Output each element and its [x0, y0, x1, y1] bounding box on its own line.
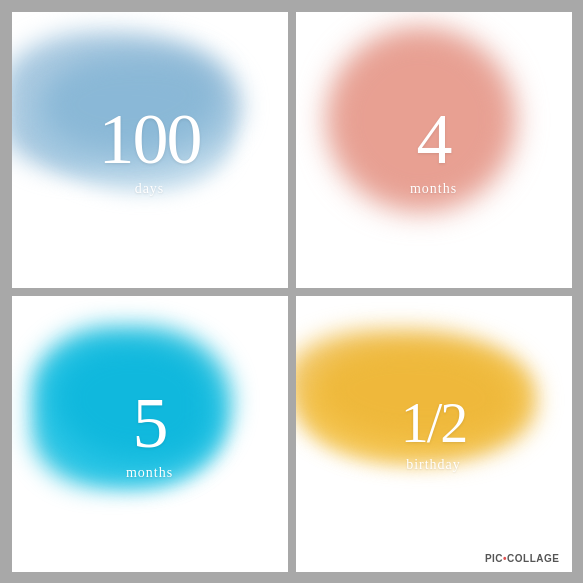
badge-text-left: PIC [485, 553, 503, 564]
card-content-3: 5 months [126, 387, 173, 481]
card-100-days: 100 days [12, 12, 288, 288]
card-label-4: birthday [406, 457, 461, 473]
card-label-2: months [410, 181, 457, 197]
card-content-1: 100 days [99, 103, 201, 197]
card-content-2: 4 months [410, 103, 457, 197]
card-half-birthday: 1/2 birthday PIC•COLLAGE [296, 296, 572, 572]
card-label-3: months [126, 465, 173, 481]
pic-collage-badge: PIC•COLLAGE [479, 551, 566, 566]
card-number-2: 4 [416, 103, 450, 175]
card-number-3: 5 [132, 387, 166, 459]
card-label-1: days [135, 181, 165, 197]
badge-text-right: COLLAGE [507, 553, 559, 564]
milestone-grid: 100 days 4 months 5 months 1/2 birthday … [12, 12, 572, 572]
card-4-months: 4 months [296, 12, 572, 288]
card-number-4: 1/2 [401, 395, 467, 451]
card-content-4: 1/2 birthday [401, 395, 467, 473]
card-5-months: 5 months [12, 296, 288, 572]
card-number-1: 100 [99, 103, 201, 175]
